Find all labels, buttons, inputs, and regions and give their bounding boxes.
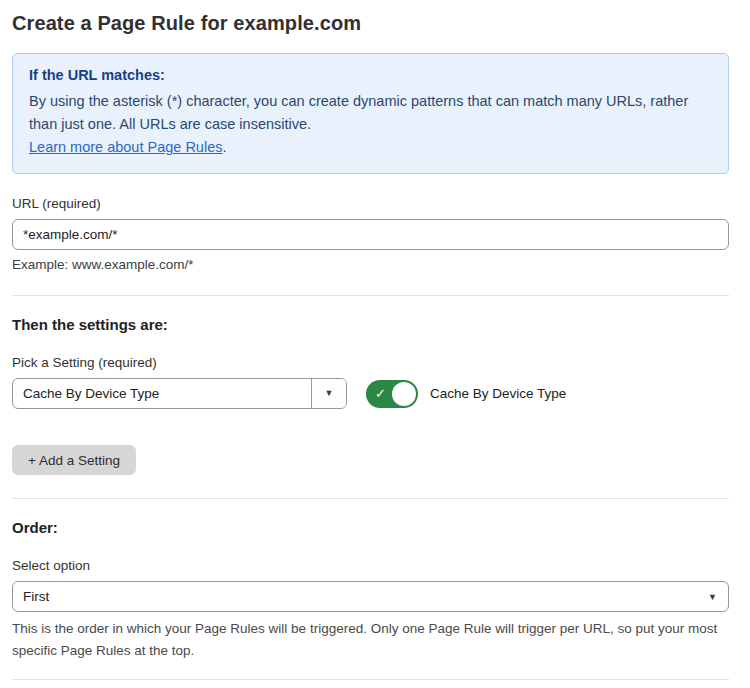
select-option-label: Select option: [12, 558, 729, 573]
url-example-helper: Example: www.example.com/*: [12, 257, 729, 272]
url-match-info-box: If the URL matches: By using the asteris…: [12, 53, 729, 174]
info-box-heading: If the URL matches:: [29, 67, 712, 83]
order-helper-text: This is the order in which your Page Rul…: [12, 618, 727, 662]
checkmark-icon: ✓: [375, 387, 386, 400]
add-setting-button[interactable]: + Add a Setting: [12, 445, 136, 475]
learn-more-link[interactable]: Learn more about Page Rules: [29, 139, 222, 155]
toggle-knob: [392, 382, 416, 406]
order-select-value: First: [23, 589, 49, 604]
divider: [12, 498, 729, 499]
divider: [12, 679, 729, 680]
url-field-label: URL (required): [12, 196, 729, 211]
cache-by-device-type-toggle[interactable]: ✓: [366, 380, 418, 408]
page-title: Create a Page Rule for example.com: [12, 10, 729, 36]
divider: [12, 295, 729, 296]
info-box-body: By using the asterisk (*) character, you…: [29, 90, 712, 136]
settings-section-heading: Then the settings are:: [12, 316, 729, 333]
toggle-label: Cache By Device Type: [430, 386, 566, 401]
page-rule-form: Create a Page Rule for example.com If th…: [0, 0, 750, 688]
setting-dropdown-value: Cache By Device Type: [13, 379, 311, 408]
link-suffix: .: [222, 139, 226, 155]
pick-setting-label: Pick a Setting (required): [12, 355, 729, 370]
chevron-down-icon: ▼: [325, 389, 334, 398]
url-input[interactable]: [12, 219, 729, 250]
setting-row: Cache By Device Type ▼ ✓ Cache By Device…: [12, 378, 729, 409]
info-link-line: Learn more about Page Rules.: [29, 136, 712, 159]
chevron-down-icon: ▼: [708, 592, 717, 601]
setting-dropdown-arrow-button[interactable]: ▼: [311, 379, 346, 408]
order-select[interactable]: First ▼: [12, 581, 729, 612]
setting-dropdown[interactable]: Cache By Device Type ▼: [12, 378, 347, 409]
order-section-heading: Order:: [12, 519, 729, 536]
